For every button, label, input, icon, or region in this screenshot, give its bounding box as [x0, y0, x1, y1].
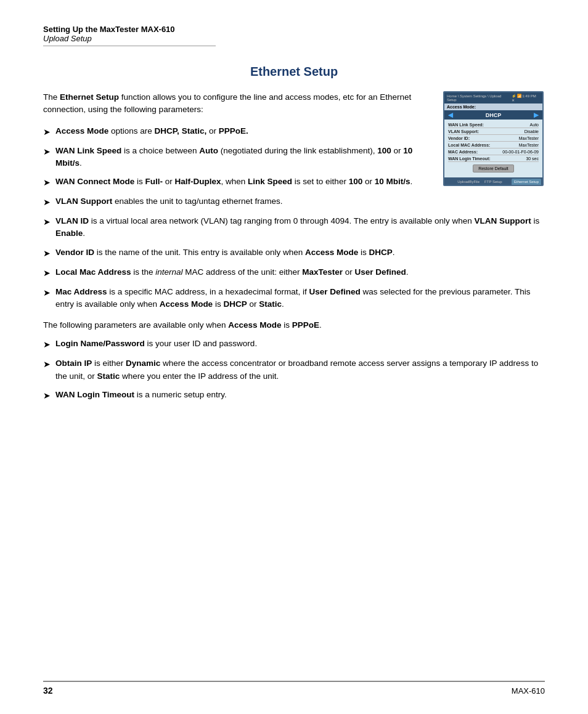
bullet-item: ➤ WAN Connect Mode is Full- or Half-Dupl…: [43, 176, 431, 189]
bullet-item: ➤ Vendor ID is the name of the unit. Thi…: [43, 246, 545, 260]
bullet-item: ➤ Mac Address is a specific MAC address,…: [43, 286, 545, 311]
bullet-text: WAN Link Speed is a choice between Auto …: [55, 145, 431, 170]
bullet-arrow-icon: ➤: [43, 389, 51, 402]
restore-default-button[interactable]: Restore Default: [448, 164, 539, 172]
pppoe-intro: The following parameters are available o…: [43, 319, 545, 331]
bullet-list: ➤ Access Mode options are DHCP, Static, …: [43, 125, 431, 209]
header-title: Setting Up the MaxTester MAX-610: [43, 25, 545, 34]
bullet-item: ➤ VLAN Support enables the unit to tag/u…: [43, 195, 431, 209]
bullet-text: Login Name/Password is your user ID and …: [55, 338, 545, 350]
screen-row: Local MAC Address: MaxTester: [448, 142, 539, 148]
bullet-arrow-icon: ➤: [43, 126, 51, 139]
screen-tab-empty: [505, 179, 512, 185]
restore-default-label: Restore Default: [473, 164, 514, 172]
screen-row: VLAN Support: Disable: [448, 129, 539, 135]
bullet-item: ➤ Obtain IP is either Dynamic where the …: [43, 357, 545, 383]
bullet-item: ➤ Local Mac Address is the internal MAC …: [43, 266, 545, 280]
intro-paragraph: The Ethernet Setup function allows you t…: [43, 91, 431, 116]
bullet-text: Local Mac Address is the internal MAC ad…: [55, 266, 545, 278]
screen-dhcp-header: ◀ DHCP ▶: [444, 110, 542, 120]
header-section: Setting Up the MaxTester MAX-610 Upload …: [43, 25, 545, 46]
screen-status-icons: ⚡ 📶 1:49 PM ✕: [512, 94, 540, 102]
bullet-item: ➤ Access Mode options are DHCP, Static, …: [43, 125, 431, 139]
continued-bullet-list: ➤ VLAN ID is a virtual local area networ…: [43, 215, 545, 310]
bullet-text: Obtain IP is either Dynamic where the ac…: [55, 357, 545, 383]
bullet-text: VLAN ID is a virtual local area network …: [55, 215, 545, 240]
bullet-arrow-icon: ➤: [43, 267, 51, 280]
screen-tab-ftp[interactable]: FTP Setup: [482, 179, 505, 185]
screen-row: WAN Login Timeout: 30 sec: [448, 156, 539, 162]
product-name: MAX-610: [512, 686, 545, 696]
full-width-section: ➤ VLAN ID is a virtual local area networ…: [43, 215, 545, 402]
bullet-arrow-icon: ➤: [43, 338, 51, 351]
bullet-arrow-icon: ➤: [43, 286, 51, 299]
screen-breadcrumb: Home \ System Settings \ Upload Setup: [447, 94, 512, 102]
page-footer: 32 MAX-610: [43, 681, 545, 696]
screen-tabs: UploadByFile FTP Setup Ethernet Setup: [444, 177, 542, 185]
dhcp-label: DHCP: [486, 112, 502, 118]
bullet-item: ➤ VLAN ID is a virtual local area networ…: [43, 215, 545, 240]
screen-tab-upload[interactable]: UploadByFile: [455, 179, 482, 185]
bullet-item: ➤ Login Name/Password is your user ID an…: [43, 338, 545, 351]
page-number: 32: [43, 686, 53, 696]
bullet-text: WAN Connect Mode is Full- or Half-Duplex…: [55, 176, 431, 188]
bullet-arrow-icon: ➤: [43, 145, 51, 158]
screen-title-bar: Home \ System Settings \ Upload Setup ⚡ …: [444, 92, 542, 103]
pppoe-bullet-list: ➤ Login Name/Password is your user ID an…: [43, 338, 545, 402]
text-content: The Ethernet Setup function allows you t…: [43, 91, 431, 215]
screen-body: WAN Link Speed: Auto VLAN Support: Disab…: [444, 120, 542, 177]
access-mode-label: Access Mode:: [444, 103, 542, 110]
bullet-arrow-icon: ➤: [43, 216, 51, 229]
header-subtitle: Upload Setup: [43, 34, 545, 43]
right-arrow-icon: ▶: [534, 112, 539, 118]
device-screenshot: Home \ System Settings \ Upload Setup ⚡ …: [443, 91, 545, 215]
bullet-text: WAN Login Timeout is a numeric setup ent…: [55, 389, 545, 401]
screen-row: WAN Link Speed: Auto: [448, 122, 539, 128]
bullet-arrow-icon: ➤: [43, 196, 51, 209]
screen-row: Vendor ID: MaxTester: [448, 136, 539, 142]
screen-row: MAC Address: 00-00-01-F0-06-09: [448, 149, 539, 155]
bullet-text: VLAN Support enables the unit to tag/unt…: [55, 195, 431, 208]
bullet-arrow-icon: ➤: [43, 247, 51, 260]
bullet-text: Access Mode options are DHCP, Static, or…: [55, 125, 431, 137]
left-arrow-icon: ◀: [448, 112, 453, 118]
screen-outer: Home \ System Settings \ Upload Setup ⚡ …: [443, 91, 544, 186]
section-heading: Ethernet Setup: [43, 65, 545, 79]
bullet-text: Mac Address is a specific MAC address, i…: [55, 286, 545, 311]
bullet-arrow-icon: ➤: [43, 176, 51, 189]
main-content: The Ethernet Setup function allows you t…: [43, 91, 545, 215]
bullet-item: ➤ WAN Login Timeout is a numeric setup e…: [43, 389, 545, 402]
header-divider: [43, 46, 216, 46]
bullet-arrow-icon: ➤: [43, 358, 51, 371]
screen-inner: Home \ System Settings \ Upload Setup ⚡ …: [444, 92, 542, 185]
screen-tab-ethernet[interactable]: Ethernet Setup: [512, 179, 541, 185]
page-container: Setting Up the MaxTester MAX-610 Upload …: [0, 0, 588, 714]
bullet-text: Vendor ID is the name of the unit. This …: [55, 246, 545, 259]
bullet-item: ➤ WAN Link Speed is a choice between Aut…: [43, 145, 431, 170]
